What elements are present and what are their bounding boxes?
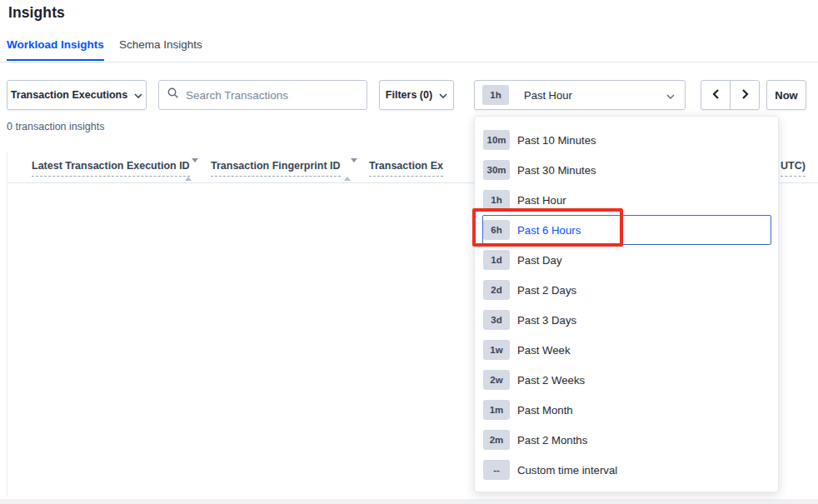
insights-count: 0 transaction insights	[7, 121, 104, 132]
page-title: Insights	[8, 4, 65, 22]
interval-label: Past 2 Days	[517, 284, 576, 297]
interval-badge: 3d	[483, 310, 510, 330]
filters-label: Filters (0)	[386, 89, 432, 101]
tab-bar: Workload Insights Schema Insights	[0, 35, 818, 62]
dropdown-item-past-month[interactable]: 1mPast Month	[482, 395, 771, 425]
insights-page: Insights Workload Insights Schema Insigh…	[0, 0, 818, 504]
time-pager	[701, 80, 760, 110]
time-range-label: Past Hour	[524, 89, 660, 102]
dropdown-item-past-6-hours[interactable]: 6hPast 6 Hours	[482, 215, 771, 245]
interval-badge: 1m	[483, 400, 510, 420]
interval-label: Past 3 Days	[517, 314, 576, 327]
interval-badge: 6h	[483, 220, 510, 240]
interval-label: Past 10 Minutes	[517, 134, 596, 147]
chevron-down-icon	[439, 89, 447, 101]
column-header-transaction-fingerprint-id[interactable]: Transaction Fingerprint ID	[211, 160, 341, 177]
interval-label: Past Week	[517, 344, 571, 357]
interval-badge: 1h	[483, 190, 510, 210]
tab-schema-insights[interactable]: Schema Insights	[119, 38, 202, 59]
search-input[interactable]	[186, 89, 358, 102]
previous-interval-button[interactable]	[701, 81, 731, 109]
chevron-down-icon	[134, 89, 142, 101]
chevron-right-icon	[741, 88, 749, 102]
dropdown-item-custom-time-interval[interactable]: --Custom time interval	[482, 455, 771, 485]
interval-badge: 2m	[483, 430, 510, 450]
column-header-latest-transaction-execution-id[interactable]: Latest Transaction Execution ID	[32, 160, 190, 177]
dropdown-item-past-2-weeks[interactable]: 2wPast 2 Weeks	[482, 365, 771, 395]
tab-workload-insights[interactable]: Workload Insights	[7, 38, 104, 61]
column-header-start-time-utc[interactable]: UTC)	[781, 160, 806, 177]
interval-label: Past 30 Minutes	[517, 164, 596, 177]
interval-label: Past Month	[517, 404, 573, 417]
search-icon	[167, 87, 179, 102]
interval-badge: 10m	[483, 130, 510, 150]
chevron-left-icon	[712, 88, 720, 102]
transaction-type-label: Transaction Executions	[11, 89, 127, 101]
interval-label: Past Day	[517, 254, 562, 267]
interval-label: Past Hour	[517, 194, 566, 207]
dropdown-item-past-day[interactable]: 1dPast Day	[482, 245, 771, 275]
page-bottom-strip	[0, 499, 818, 504]
time-range-select[interactable]: 1h Past Hour	[474, 80, 686, 110]
column-header-transaction-execution[interactable]: Transaction Ex	[369, 160, 443, 177]
interval-badge: 1w	[483, 340, 510, 360]
dropdown-item-past-hour[interactable]: 1hPast Hour	[482, 185, 771, 215]
transaction-type-select[interactable]: Transaction Executions	[7, 80, 147, 110]
interval-badge: 2d	[483, 280, 510, 300]
search-box	[158, 80, 367, 110]
interval-badge: 1d	[483, 250, 510, 270]
interval-badge: 30m	[483, 160, 510, 180]
dropdown-item-past-3-days[interactable]: 3dPast 3 Days	[482, 305, 771, 335]
filters-button[interactable]: Filters (0)	[379, 80, 454, 110]
dropdown-item-past-10-minutes[interactable]: 10mPast 10 Minutes	[482, 125, 771, 155]
sort-icon[interactable]	[344, 162, 352, 177]
interval-label: Past 6 Hours	[517, 224, 581, 237]
sort-icon[interactable]	[185, 162, 192, 177]
interval-label: Past 2 Months	[517, 434, 587, 447]
time-range-badge: 1h	[482, 85, 509, 105]
interval-label: Past 2 Weeks	[517, 374, 585, 387]
dropdown-item-past-2-days[interactable]: 2dPast 2 Days	[482, 275, 771, 305]
interval-badge: --	[483, 460, 510, 480]
interval-label: Custom time interval	[517, 464, 617, 477]
now-button[interactable]: Now	[766, 80, 806, 110]
dropdown-item-past-2-months[interactable]: 2mPast 2 Months	[482, 425, 771, 455]
interval-badge: 2w	[483, 370, 510, 390]
chevron-down-icon	[666, 89, 675, 102]
next-interval-button[interactable]	[731, 81, 759, 109]
dropdown-item-past-week[interactable]: 1wPast Week	[482, 335, 771, 365]
dropdown-item-past-30-minutes[interactable]: 30mPast 30 Minutes	[482, 155, 771, 185]
time-interval-dropdown: 10mPast 10 Minutes 30mPast 30 Minutes 1h…	[474, 116, 779, 492]
